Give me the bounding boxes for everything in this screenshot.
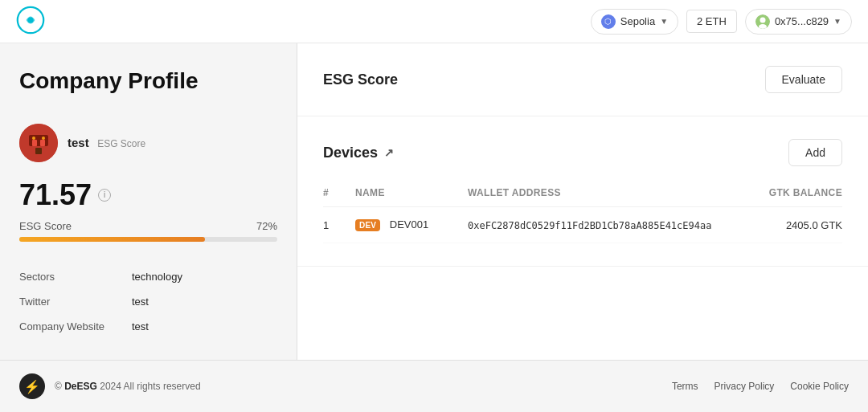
external-link-icon: ↗ bbox=[384, 146, 394, 159]
header-right: ⬡ Sepolia ▼ 2 ETH 0x75...c829 ▼ bbox=[591, 9, 852, 35]
wallet-address-cell: 0xeFC2878dC0529f11Fd2BD1Cb78aA885E41cE94… bbox=[468, 220, 711, 231]
esg-section: ESG Score Evaluate bbox=[297, 43, 868, 116]
footer-left: ⚡ © DeESG 2024 All rights reserved bbox=[19, 373, 201, 399]
table-row: 1 DEV DEV001 0xeFC2878dC0529f11Fd2BD1Cb7… bbox=[323, 207, 842, 243]
esg-section-header: ESG Score Evaluate bbox=[323, 66, 842, 93]
devices-section-title: Devices ↗ bbox=[323, 145, 394, 161]
add-device-button[interactable]: Add bbox=[788, 139, 842, 166]
svg-rect-7 bbox=[32, 140, 37, 146]
row-wallet: 0xeFC2878dC0529f11Fd2BD1Cb78aA885E41cE94… bbox=[468, 207, 755, 243]
twitter-key: Twitter bbox=[19, 296, 132, 308]
right-panel: ESG Score Evaluate Devices ↗ Add # NAME … bbox=[297, 43, 868, 360]
svg-rect-8 bbox=[40, 140, 45, 146]
esg-row: ESG Score 72% bbox=[19, 220, 277, 232]
devices-table: # NAME Wallet Address GTK Balance 1 DEV … bbox=[323, 182, 842, 243]
col-name: NAME bbox=[355, 182, 468, 207]
sectors-val: technology bbox=[132, 271, 182, 283]
wallet-chevron: ▼ bbox=[833, 17, 841, 26]
score-number: 71.57 bbox=[19, 178, 92, 212]
info-row-sectors: Sectors technology bbox=[19, 264, 277, 289]
devices-table-body: 1 DEV DEV001 0xeFC2878dC0529f11Fd2BD1Cb7… bbox=[323, 207, 842, 243]
footer-cookie[interactable]: Cookie Policy bbox=[790, 381, 849, 392]
website-val: test bbox=[132, 320, 149, 332]
sidebar: Company Profile test ESG Score 71.57 bbox=[0, 43, 297, 360]
company-avatar bbox=[19, 124, 58, 162]
footer-privacy[interactable]: Privacy Policy bbox=[714, 381, 775, 392]
eth-balance: 2 ETH bbox=[686, 10, 737, 33]
row-balance: 2405.0 GTK bbox=[755, 207, 842, 243]
row-name: DEV DEV001 bbox=[355, 207, 468, 243]
svg-point-1 bbox=[27, 17, 33, 22]
page-title: Company Profile bbox=[19, 67, 277, 95]
network-chevron: ▼ bbox=[660, 17, 668, 26]
company-esg-label: ESG Score bbox=[97, 138, 145, 149]
score-info-icon[interactable]: i bbox=[98, 189, 111, 202]
website-key: Company Website bbox=[19, 320, 132, 332]
col-wallet: Wallet Address bbox=[468, 182, 755, 207]
svg-point-4 bbox=[759, 24, 767, 29]
device-badge: DEV bbox=[355, 219, 380, 231]
info-row-twitter: Twitter test bbox=[19, 289, 277, 314]
info-table: Sectors technology Twitter test Company … bbox=[19, 264, 277, 339]
esg-score-label: ESG Score bbox=[19, 220, 72, 232]
devices-section-header: Devices ↗ Add bbox=[323, 139, 842, 166]
footer-links: Terms Privacy Policy Cookie Policy bbox=[672, 381, 849, 392]
eth-icon: ⬡ bbox=[601, 14, 616, 29]
score-display: 71.57 i bbox=[19, 178, 277, 212]
progress-bar-bg bbox=[19, 237, 277, 242]
bolt-icon: ⚡ bbox=[19, 373, 45, 399]
devices-table-head: # NAME Wallet Address GTK Balance bbox=[323, 182, 842, 207]
wallet-address: 0x75...c829 bbox=[775, 15, 829, 27]
col-balance: GTK Balance bbox=[755, 182, 842, 207]
company-name: test bbox=[68, 136, 89, 149]
header: ⬡ Sepolia ▼ 2 ETH 0x75...c829 ▼ bbox=[0, 0, 868, 43]
company-info: test ESG Score bbox=[68, 136, 145, 150]
twitter-val: test bbox=[132, 296, 149, 308]
progress-bar-fill bbox=[19, 237, 205, 242]
row-num: 1 bbox=[323, 207, 355, 243]
wallet-avatar bbox=[755, 14, 770, 29]
svg-point-3 bbox=[760, 17, 765, 22]
svg-rect-11 bbox=[35, 148, 42, 154]
info-row-website: Company Website test bbox=[19, 314, 277, 339]
esg-section-title: ESG Score bbox=[323, 71, 398, 88]
wallet-selector[interactable]: 0x75...c829 ▼ bbox=[745, 9, 852, 35]
svg-point-10 bbox=[42, 137, 45, 140]
col-num: # bbox=[323, 182, 355, 207]
esg-score-pct: 72% bbox=[256, 220, 277, 232]
svg-rect-6 bbox=[29, 135, 48, 146]
footer-terms[interactable]: Terms bbox=[672, 381, 698, 392]
sectors-key: Sectors bbox=[19, 271, 132, 283]
device-name: DEV001 bbox=[390, 218, 428, 230]
evaluate-button[interactable]: Evaluate bbox=[765, 66, 842, 93]
logo bbox=[16, 6, 45, 38]
footer: ⚡ © DeESG 2024 All rights reserved Terms… bbox=[0, 360, 868, 412]
footer-copyright: © DeESG 2024 All rights reserved bbox=[55, 381, 201, 392]
devices-section: Devices ↗ Add # NAME Wallet Address GTK … bbox=[297, 116, 868, 267]
network-label: Sepolia bbox=[620, 15, 655, 27]
network-selector[interactable]: ⬡ Sepolia ▼ bbox=[591, 9, 678, 35]
svg-point-9 bbox=[32, 137, 35, 140]
main-content: Company Profile test ESG Score 71.57 bbox=[0, 43, 868, 360]
company-header: test ESG Score bbox=[19, 124, 277, 162]
